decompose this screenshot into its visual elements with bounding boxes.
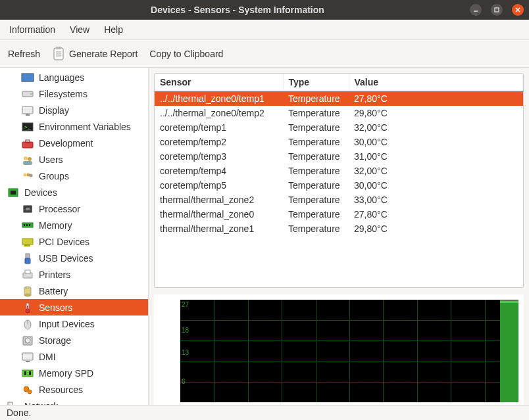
- menu-information[interactable]: Information: [7, 22, 58, 37]
- svg-rect-20: [23, 161, 32, 165]
- sidebar-item-memory-spd[interactable]: Memory SPD: [0, 365, 148, 381]
- col-value[interactable]: Value: [349, 74, 523, 91]
- sidebar-item-development[interactable]: Development: [0, 135, 148, 151]
- sidebar-item-label: Devices: [24, 187, 57, 198]
- table-row[interactable]: ../../thermal_zone0/temp1Temperature27,8…: [155, 91, 523, 106]
- sidebar-item-label: Resources: [39, 385, 83, 395]
- hdd-icon: [21, 335, 34, 346]
- table-row[interactable]: ../../thermal_zone0/temp2Temperature29,8…: [155, 106, 523, 120]
- minimize-icon: [472, 7, 479, 13]
- monitor-icon: [21, 351, 34, 363]
- sidebar-item-filesystems[interactable]: Filesystems: [0, 85, 148, 102]
- sidebar-item-resources[interactable]: Resources: [0, 381, 148, 398]
- sidebar-item-label: Battery: [39, 286, 68, 296]
- toolbox-icon: [21, 137, 34, 149]
- table-row[interactable]: thermal/thermal_zone0Temperature27,80°C: [155, 207, 523, 222]
- mouse-icon: [21, 318, 34, 330]
- y-tick-label: 18: [182, 327, 189, 334]
- svg-text:>_: >_: [24, 124, 31, 130]
- table-row[interactable]: coretemp/temp1Temperature32,00°C: [155, 120, 523, 135]
- close-button[interactable]: [512, 4, 524, 16]
- sidebar-item-storage[interactable]: Storage: [0, 332, 148, 348]
- svg-point-47: [25, 338, 30, 343]
- cell-value: 30,00°C: [349, 135, 523, 149]
- sidebar-item-label: USB Devices: [39, 253, 93, 264]
- sidebar-item-label: Groups: [39, 171, 69, 181]
- sidebar-item-languages[interactable]: Languages: [0, 69, 148, 85]
- monitor-icon: [21, 105, 34, 116]
- table-row[interactable]: coretemp/temp3Temperature31,00°C: [155, 149, 523, 164]
- refresh-button[interactable]: Refresh: [7, 47, 41, 60]
- svg-rect-55: [8, 402, 13, 406]
- cell-sensor: coretemp/temp5: [155, 178, 283, 193]
- svg-rect-37: [25, 270, 30, 273]
- col-sensor[interactable]: Sensor: [155, 74, 283, 91]
- y-tick-label: 13: [182, 349, 189, 356]
- cell-type: Temperature: [283, 91, 349, 106]
- sidebar-item-display[interactable]: Display: [0, 102, 148, 118]
- cell-sensor: coretemp/temp4: [155, 164, 283, 178]
- table-header-row: Sensor Type Value: [155, 74, 523, 91]
- table-row[interactable]: thermal/thermal_zone1Temperature29,80°C: [155, 222, 523, 236]
- menu-help[interactable]: Help: [101, 22, 126, 37]
- svg-point-21: [24, 173, 27, 176]
- svg-point-19: [28, 157, 32, 161]
- svg-rect-52: [29, 371, 31, 375]
- sidebar-item-devices[interactable]: Devices: [0, 184, 148, 200]
- sidebar-item-usb-devices[interactable]: USB Devices: [0, 250, 148, 266]
- sidebar-item-groups[interactable]: Groups: [0, 168, 148, 184]
- sidebar-item-label: Users: [39, 154, 63, 165]
- svg-rect-1: [495, 8, 499, 12]
- table-row[interactable]: thermal/thermal_zone2Temperature33,00°C: [155, 193, 523, 207]
- cell-value: 32,00°C: [349, 120, 523, 135]
- sidebar-item-sensors[interactable]: Sensors: [0, 299, 148, 315]
- y-tick-label: 6: [182, 378, 186, 385]
- svg-rect-12: [22, 106, 33, 114]
- sidebar-item-label: Network: [24, 401, 58, 406]
- svg-rect-49: [26, 361, 30, 362]
- sidebar-item-label: Languages: [39, 72, 84, 83]
- sidebar-item-input-devices[interactable]: Input Devices: [0, 315, 148, 332]
- sidebar-item-label: Development: [39, 138, 93, 149]
- menu-view[interactable]: View: [67, 22, 92, 37]
- cell-sensor: coretemp/temp1: [155, 120, 283, 135]
- table-row[interactable]: coretemp/temp5Temperature30,00°C: [155, 178, 523, 193]
- cell-type: Temperature: [283, 193, 349, 207]
- sensor-table: Sensor Type Value ../../thermal_zone0/te…: [155, 74, 523, 236]
- groups-icon: [21, 170, 34, 182]
- svg-rect-48: [22, 353, 33, 360]
- table-row[interactable]: coretemp/temp2Temperature30,00°C: [155, 135, 523, 149]
- window-controls: [470, 4, 524, 16]
- cpu-icon: [21, 203, 34, 215]
- sidebar-item-battery[interactable]: Battery: [0, 283, 148, 299]
- svg-rect-27: [26, 208, 30, 210]
- sidebar-item-printers[interactable]: Printers: [0, 266, 148, 283]
- sidebar-item-pci-devices[interactable]: PCI Devices: [0, 233, 148, 250]
- maximize-button[interactable]: [491, 4, 503, 16]
- sidebar-item-processor[interactable]: Processor: [0, 200, 148, 217]
- sidebar-tree[interactable]: LanguagesFilesystemsDisplay>_Environment…: [0, 68, 149, 405]
- sidebar-item-dmi[interactable]: DMI: [0, 348, 148, 365]
- svg-rect-31: [29, 224, 30, 226]
- cell-value: 30,00°C: [349, 178, 523, 193]
- sidebar-item-memory[interactable]: Memory: [0, 217, 148, 233]
- cell-value: 29,80°C: [349, 222, 523, 236]
- sensor-table-pane[interactable]: Sensor Type Value ../../thermal_zone0/te…: [154, 73, 524, 288]
- svg-rect-5: [56, 47, 61, 49]
- cell-sensor: coretemp/temp3: [155, 149, 283, 164]
- titlebar: Devices - Sensors - System Information: [0, 0, 529, 20]
- sidebar-item-network[interactable]: Network: [0, 398, 148, 405]
- sidebar-item-users[interactable]: Users: [0, 151, 148, 168]
- minimize-button[interactable]: [470, 4, 482, 16]
- pci-icon: [21, 236, 34, 248]
- cell-sensor: thermal/thermal_zone2: [155, 193, 283, 207]
- svg-point-40: [24, 294, 31, 296]
- copy-clipboard-button[interactable]: Copy to Clipboard: [148, 47, 224, 60]
- table-row[interactable]: coretemp/temp4Temperature32,00°C: [155, 164, 523, 178]
- generate-report-button[interactable]: Generate Report: [51, 45, 139, 62]
- col-type[interactable]: Type: [283, 74, 349, 91]
- sidebar-item-label: Display: [39, 105, 69, 116]
- sidebar-item-environment-variables[interactable]: >_Environment Variables: [0, 118, 148, 135]
- cell-type: Temperature: [283, 178, 349, 193]
- svg-rect-29: [24, 224, 25, 226]
